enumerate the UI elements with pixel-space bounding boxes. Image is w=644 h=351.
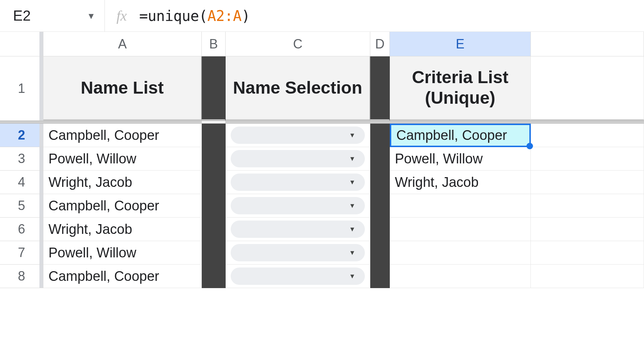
chevron-down-icon: ▼ xyxy=(349,202,355,210)
cell-rest-8[interactable] xyxy=(531,265,644,288)
row-head-6[interactable]: 6 xyxy=(0,218,43,241)
col-head-C[interactable]: C xyxy=(226,32,370,56)
cell-E3[interactable]: Powell, Willow xyxy=(390,147,531,171)
table-row: 5 Campbell, Cooper ▼ xyxy=(0,194,644,218)
cell-D8[interactable] xyxy=(370,265,390,288)
chevron-down-icon: ▼ xyxy=(349,179,355,186)
column-headers: A B C D E xyxy=(0,32,644,56)
dropdown-chip[interactable]: ▼ xyxy=(231,267,365,285)
row-head-5[interactable]: 5 xyxy=(0,194,43,218)
cell-E5[interactable] xyxy=(390,194,531,218)
cell-rest-1[interactable] xyxy=(531,56,644,121)
cell-E2[interactable] xyxy=(390,124,531,147)
cell-B2[interactable] xyxy=(202,124,226,147)
name-formula-bar: E2 ▾ fx =unique(A2:A) xyxy=(0,0,644,32)
cell-A6[interactable]: Wright, Jacob xyxy=(43,218,202,241)
chevron-down-icon: ▾ xyxy=(89,10,94,22)
cell-B5[interactable] xyxy=(202,194,226,218)
table-row: 7 Powell, Willow ▼ xyxy=(0,241,644,265)
dropdown-chip[interactable]: ▼ xyxy=(231,150,365,167)
cell-E6[interactable] xyxy=(390,218,531,241)
cell-rest-3[interactable] xyxy=(531,147,644,171)
dropdown-chip[interactable]: ▼ xyxy=(231,127,365,144)
cell-rest-4[interactable] xyxy=(531,171,644,194)
cell-B7[interactable] xyxy=(202,241,226,265)
cell-D6[interactable] xyxy=(370,218,390,241)
cell-A8[interactable]: Campbell, Cooper xyxy=(43,265,202,288)
header-cell-E[interactable]: Criteria List (Unique) xyxy=(390,56,531,121)
rows-container: 1 Name List Name Selection Criteria List… xyxy=(0,56,644,288)
dropdown-chip[interactable]: ▼ xyxy=(231,221,365,238)
cell-C2[interactable]: ▼ xyxy=(226,124,370,147)
cell-A2[interactable]: Campbell, Cooper xyxy=(43,124,202,147)
dropdown-chip[interactable]: ▼ xyxy=(231,244,365,261)
dropdown-chip[interactable]: ▼ xyxy=(231,197,365,214)
cell-A5[interactable]: Campbell, Cooper xyxy=(43,194,202,218)
row-head-2[interactable]: 2 xyxy=(0,124,43,147)
cell-C6[interactable]: ▼ xyxy=(226,218,370,241)
row-head-1[interactable]: 1 xyxy=(0,56,43,121)
cell-C3[interactable]: ▼ xyxy=(226,147,370,171)
formula-text: =unique(A2:A) xyxy=(139,8,250,24)
cell-rest-7[interactable] xyxy=(531,241,644,265)
row-head-3[interactable]: 3 xyxy=(0,147,43,171)
header-cell-C[interactable]: Name Selection xyxy=(226,56,370,121)
table-row: 8 Campbell, Cooper ▼ xyxy=(0,265,644,288)
header-cell-A[interactable]: Name List xyxy=(43,56,202,121)
table-row: 1 Name List Name Selection Criteria List… xyxy=(0,56,644,121)
name-box-value: E2 xyxy=(13,8,31,24)
freeze-row-divider[interactable] xyxy=(0,121,644,124)
dropdown-chip[interactable]: ▼ xyxy=(231,174,365,191)
cell-D5[interactable] xyxy=(370,194,390,218)
chevron-down-icon: ▼ xyxy=(349,155,355,163)
chevron-down-icon: ▼ xyxy=(349,249,355,257)
cell-B6[interactable] xyxy=(202,218,226,241)
cell-E7[interactable] xyxy=(390,241,531,265)
cell-E8[interactable] xyxy=(390,265,531,288)
chevron-down-icon: ▼ xyxy=(349,273,355,280)
chevron-down-icon: ▼ xyxy=(349,226,355,233)
table-row: 4 Wright, Jacob ▼ Wright, Jacob xyxy=(0,171,644,194)
col-head-B[interactable]: B xyxy=(202,32,226,56)
cell-D2[interactable] xyxy=(370,124,390,147)
table-row: 2 Campbell, Cooper ▼ xyxy=(0,124,644,147)
cell-A7[interactable]: Powell, Willow xyxy=(43,241,202,265)
row-head-8[interactable]: 8 xyxy=(0,265,43,288)
cell-rest-5[interactable] xyxy=(531,194,644,218)
col-head-A[interactable]: A xyxy=(43,32,202,56)
cell-D4[interactable] xyxy=(370,171,390,194)
cell-B1-dark[interactable] xyxy=(202,56,226,121)
cell-rest-6[interactable] xyxy=(531,218,644,241)
cell-C4[interactable]: ▼ xyxy=(226,171,370,194)
cell-E4[interactable]: Wright, Jacob xyxy=(390,171,531,194)
cell-C8[interactable]: ▼ xyxy=(226,265,370,288)
col-head-E[interactable]: E xyxy=(390,32,531,56)
grid: A B C D E 1 Name List Name Selection Cri… xyxy=(0,32,644,351)
cell-A4[interactable]: Wright, Jacob xyxy=(43,171,202,194)
col-head-rest[interactable] xyxy=(531,32,644,56)
cell-D1-dark[interactable] xyxy=(370,56,390,121)
col-head-D[interactable]: D xyxy=(370,32,390,56)
cell-B8[interactable] xyxy=(202,265,226,288)
spreadsheet-root: E2 ▾ fx =unique(A2:A) A B C D E 1 Name L… xyxy=(0,0,644,351)
cell-A3[interactable]: Powell, Willow xyxy=(43,147,202,171)
cell-C5[interactable]: ▼ xyxy=(226,194,370,218)
cell-rest-2[interactable] xyxy=(531,124,644,147)
chevron-down-icon: ▼ xyxy=(349,132,355,139)
row-head-7[interactable]: 7 xyxy=(0,241,43,265)
cell-D7[interactable] xyxy=(370,241,390,265)
formula-bar[interactable]: fx =unique(A2:A) xyxy=(105,7,644,24)
table-row: 3 Powell, Willow ▼ Powell, Willow xyxy=(0,147,644,171)
cell-D3[interactable] xyxy=(370,147,390,171)
fx-icon: fx xyxy=(116,7,127,24)
cell-B4[interactable] xyxy=(202,171,226,194)
table-row: 6 Wright, Jacob ▼ xyxy=(0,218,644,241)
select-all-corner[interactable] xyxy=(0,32,43,56)
cell-B3[interactable] xyxy=(202,147,226,171)
row-head-4[interactable]: 4 xyxy=(0,171,43,194)
cell-C7[interactable]: ▼ xyxy=(226,241,370,265)
name-box[interactable]: E2 ▾ xyxy=(0,0,105,32)
